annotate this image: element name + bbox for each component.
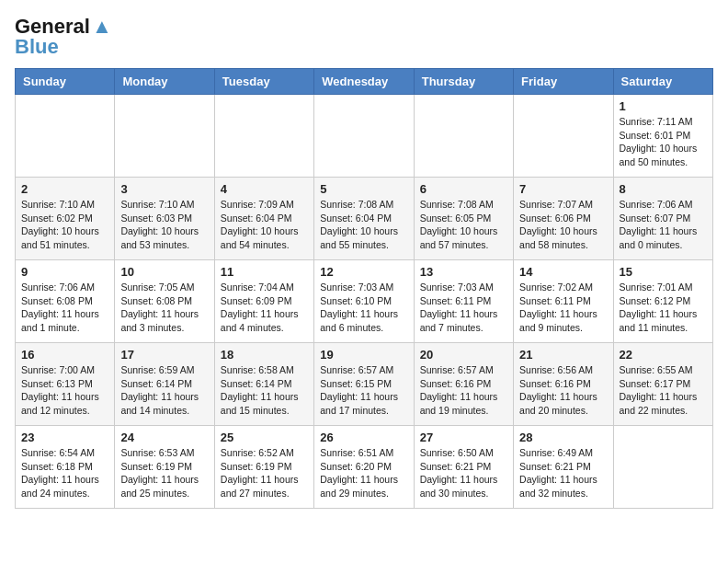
sunset-label: Sunset: 6:04 PM: [320, 213, 392, 224]
calendar-cell: 15 Sunrise: 7:01 AM Sunset: 6:12 PM Dayl…: [613, 260, 712, 343]
daylight-label: Daylight: 11 hours and 25 minutes.: [120, 474, 199, 499]
sunrise-label: Sunrise: 6:51 AM: [320, 447, 393, 458]
day-info: Sunrise: 7:04 AM Sunset: 6:09 PM Dayligh…: [221, 281, 308, 335]
sunset-label: Sunset: 6:02 PM: [21, 213, 93, 224]
daylight-label: Daylight: 10 hours and 58 minutes.: [519, 225, 597, 250]
calendar-week-row: 16 Sunrise: 7:00 AM Sunset: 6:13 PM Dayl…: [16, 343, 713, 426]
day-info: Sunrise: 7:03 AM Sunset: 6:11 PM Dayligh…: [420, 281, 507, 335]
day-number: 17: [120, 348, 208, 362]
day-info: Sunrise: 6:55 AM Sunset: 6:17 PM Dayligh…: [620, 363, 707, 418]
day-number: 2: [21, 182, 108, 196]
col-header-wednesday: Wednesday: [314, 69, 414, 95]
calendar-cell: 3 Sunrise: 7:10 AM Sunset: 6:03 PM Dayli…: [115, 178, 214, 260]
calendar-cell: 4 Sunrise: 7:09 AM Sunset: 6:04 PM Dayli…: [214, 178, 313, 260]
day-number: 14: [519, 265, 607, 279]
day-info: Sunrise: 6:51 AM Sunset: 6:20 PM Dayligh…: [320, 446, 407, 500]
day-info: Sunrise: 7:11 AM Sunset: 6:01 PM Dayligh…: [620, 115, 707, 169]
daylight-label: Daylight: 11 hours and 1 minute.: [21, 308, 99, 333]
col-header-sunday: Sunday: [16, 69, 115, 95]
sunrise-label: Sunrise: 7:05 AM: [120, 282, 194, 293]
sunset-label: Sunset: 6:11 PM: [519, 295, 591, 306]
sunset-label: Sunset: 6:16 PM: [420, 378, 492, 389]
day-info: Sunrise: 7:05 AM Sunset: 6:08 PM Dayligh…: [120, 281, 208, 335]
daylight-label: Daylight: 11 hours and 6 minutes.: [320, 308, 398, 333]
day-number: 15: [620, 265, 707, 279]
sunset-label: Sunset: 6:13 PM: [21, 378, 93, 389]
sunset-label: Sunset: 6:20 PM: [320, 461, 392, 472]
daylight-label: Daylight: 11 hours and 20 minutes.: [519, 391, 597, 416]
day-number: 5: [320, 182, 407, 196]
day-info: Sunrise: 7:01 AM Sunset: 6:12 PM Dayligh…: [620, 281, 707, 335]
day-number: 23: [21, 431, 108, 444]
sunrise-label: Sunrise: 7:06 AM: [21, 282, 95, 293]
sunrise-label: Sunrise: 7:00 AM: [21, 364, 95, 375]
daylight-label: Daylight: 11 hours and 30 minutes.: [420, 474, 498, 499]
sunset-label: Sunset: 6:14 PM: [221, 378, 292, 389]
day-info: Sunrise: 7:06 AM Sunset: 6:07 PM Dayligh…: [620, 198, 707, 252]
sunrise-label: Sunrise: 7:09 AM: [221, 199, 294, 210]
day-number: 22: [620, 348, 707, 362]
sunrise-label: Sunrise: 6:58 AM: [221, 364, 294, 375]
calendar-cell: 2 Sunrise: 7:10 AM Sunset: 6:02 PM Dayli…: [16, 178, 115, 260]
sunset-label: Sunset: 6:12 PM: [620, 295, 691, 306]
day-info: Sunrise: 7:10 AM Sunset: 6:03 PM Dayligh…: [120, 198, 208, 252]
sunrise-label: Sunrise: 7:11 AM: [620, 116, 693, 127]
day-info: Sunrise: 6:57 AM Sunset: 6:16 PM Dayligh…: [420, 363, 507, 418]
day-info: Sunrise: 6:59 AM Sunset: 6:14 PM Dayligh…: [120, 363, 208, 418]
sunset-label: Sunset: 6:21 PM: [519, 461, 591, 472]
daylight-label: Daylight: 11 hours and 14 minutes.: [120, 391, 199, 416]
daylight-label: Daylight: 10 hours and 51 minutes.: [21, 225, 99, 250]
calendar-cell: [115, 95, 214, 178]
calendar-cell: 9 Sunrise: 7:06 AM Sunset: 6:08 PM Dayli…: [16, 260, 115, 343]
sunset-label: Sunset: 6:05 PM: [420, 213, 492, 224]
sunset-label: Sunset: 6:08 PM: [21, 295, 93, 306]
day-number: 9: [21, 265, 108, 279]
day-info: Sunrise: 6:56 AM Sunset: 6:16 PM Dayligh…: [519, 363, 607, 418]
day-number: 26: [320, 431, 407, 444]
daylight-label: Daylight: 10 hours and 54 minutes.: [221, 225, 299, 250]
day-info: Sunrise: 7:08 AM Sunset: 6:05 PM Dayligh…: [420, 198, 507, 252]
calendar-cell: 16 Sunrise: 7:00 AM Sunset: 6:13 PM Dayl…: [16, 343, 115, 426]
col-header-friday: Friday: [514, 69, 613, 95]
daylight-label: Daylight: 11 hours and 0 minutes.: [620, 225, 698, 250]
calendar-week-row: 1 Sunrise: 7:11 AM Sunset: 6:01 PM Dayli…: [16, 95, 713, 178]
daylight-label: Daylight: 11 hours and 27 minutes.: [221, 474, 299, 499]
daylight-label: Daylight: 10 hours and 57 minutes.: [420, 225, 498, 250]
day-number: 19: [320, 348, 407, 362]
daylight-label: Daylight: 11 hours and 3 minutes.: [120, 308, 199, 333]
sunrise-label: Sunrise: 7:07 AM: [519, 199, 593, 210]
day-number: 25: [221, 431, 308, 444]
sunrise-label: Sunrise: 7:10 AM: [21, 199, 95, 210]
calendar-cell: 20 Sunrise: 6:57 AM Sunset: 6:16 PM Dayl…: [414, 343, 513, 426]
calendar-week-row: 23 Sunrise: 6:54 AM Sunset: 6:18 PM Dayl…: [16, 426, 713, 509]
daylight-label: Daylight: 11 hours and 29 minutes.: [320, 474, 398, 499]
day-number: 10: [120, 265, 208, 279]
daylight-label: Daylight: 11 hours and 15 minutes.: [221, 391, 299, 416]
sunrise-label: Sunrise: 7:03 AM: [320, 282, 393, 293]
daylight-label: Daylight: 10 hours and 53 minutes.: [120, 225, 199, 250]
calendar-cell: [214, 95, 313, 178]
calendar-cell: 6 Sunrise: 7:08 AM Sunset: 6:05 PM Dayli…: [414, 178, 513, 260]
day-number: 8: [620, 182, 707, 196]
calendar-cell: 24 Sunrise: 6:53 AM Sunset: 6:19 PM Dayl…: [115, 426, 214, 509]
daylight-label: Daylight: 11 hours and 24 minutes.: [21, 474, 99, 499]
sunrise-label: Sunrise: 6:54 AM: [21, 447, 95, 458]
calendar-header-row: SundayMondayTuesdayWednesdayThursdayFrid…: [16, 69, 713, 95]
sunset-label: Sunset: 6:19 PM: [221, 461, 292, 472]
col-header-monday: Monday: [115, 69, 214, 95]
sunset-label: Sunset: 6:17 PM: [620, 378, 691, 389]
daylight-label: Daylight: 11 hours and 4 minutes.: [221, 308, 299, 333]
col-header-thursday: Thursday: [414, 69, 513, 95]
day-number: 7: [519, 182, 607, 196]
daylight-label: Daylight: 11 hours and 12 minutes.: [21, 391, 99, 416]
calendar-cell: 27 Sunrise: 6:50 AM Sunset: 6:21 PM Dayl…: [414, 426, 513, 509]
sunset-label: Sunset: 6:21 PM: [420, 461, 492, 472]
day-number: 13: [420, 265, 507, 279]
sunrise-label: Sunrise: 6:52 AM: [221, 447, 294, 458]
sunrise-label: Sunrise: 6:59 AM: [120, 364, 194, 375]
sunrise-label: Sunrise: 7:04 AM: [221, 282, 294, 293]
day-number: 3: [120, 182, 208, 196]
day-number: 1: [620, 99, 707, 113]
calendar-cell: 18 Sunrise: 6:58 AM Sunset: 6:14 PM Dayl…: [214, 343, 313, 426]
sunrise-label: Sunrise: 7:08 AM: [320, 199, 393, 210]
